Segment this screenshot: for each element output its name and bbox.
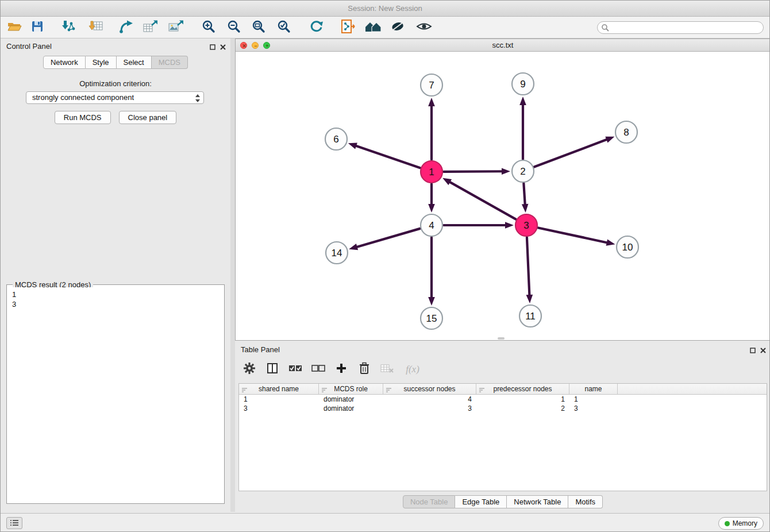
table-settings-button[interactable] bbox=[238, 360, 260, 379]
float-panel-icon[interactable] bbox=[750, 345, 756, 356]
export-image-icon bbox=[168, 20, 184, 36]
export-table-icon bbox=[143, 20, 159, 36]
ndex-button[interactable] bbox=[338, 18, 359, 37]
zoom-out-icon bbox=[227, 20, 241, 36]
column-header-predecessor-nodes[interactable]: predecessor nodes bbox=[476, 384, 569, 394]
create-column-button[interactable] bbox=[330, 360, 352, 379]
graph-edge-1-2[interactable] bbox=[444, 171, 502, 172]
column-header-mcds-role[interactable]: MCDS role bbox=[319, 384, 383, 394]
float-panel-icon[interactable] bbox=[210, 42, 215, 52]
tab-node-table[interactable]: Node Table bbox=[403, 495, 456, 508]
maximize-window-button[interactable]: + bbox=[263, 42, 270, 49]
column-label: predecessor nodes bbox=[493, 385, 552, 393]
export-image-button[interactable] bbox=[165, 18, 186, 37]
columns-icon bbox=[267, 363, 278, 376]
table-header-row: shared name MCDS role successor nodes pr… bbox=[239, 384, 767, 395]
tab-edge-table[interactable]: Edge Table bbox=[455, 495, 507, 508]
import-network-icon bbox=[61, 20, 76, 36]
close-window-button[interactable]: ✕ bbox=[240, 42, 247, 49]
mcds-result-line: 3 bbox=[12, 299, 219, 309]
graph-node-label: 1 bbox=[429, 167, 434, 178]
graph-edge-1-6[interactable] bbox=[356, 146, 420, 168]
eye-outline-button[interactable] bbox=[414, 18, 434, 37]
tab-network-table[interactable]: Network Table bbox=[507, 495, 568, 508]
table-row[interactable]: 1 dominator 4 1 1 bbox=[239, 395, 767, 404]
graph-node-label: 11 bbox=[525, 311, 536, 322]
zoom-selected-button[interactable] bbox=[274, 18, 294, 37]
tab-select[interactable]: Select bbox=[117, 56, 152, 69]
mcds-result-line: 1 bbox=[12, 290, 219, 299]
export-table-button[interactable] bbox=[140, 18, 161, 37]
graph-edge-3-1[interactable] bbox=[450, 182, 515, 219]
graph-edge-arrowhead bbox=[505, 222, 514, 229]
optimization-criterion-dropdown[interactable]: strongly connected component bbox=[26, 91, 204, 104]
zoom-fit-button[interactable] bbox=[248, 18, 269, 37]
dropdown-value: strongly connected component bbox=[32, 93, 134, 102]
panel-splitter[interactable] bbox=[230, 38, 235, 512]
tab-mcds[interactable]: MCDS bbox=[152, 56, 188, 69]
tab-motifs[interactable]: Motifs bbox=[568, 495, 603, 508]
column-header-shared-name[interactable]: shared name bbox=[239, 384, 319, 394]
table-toolbar: f(x) bbox=[238, 358, 426, 381]
table-panel: Table Panel bbox=[235, 342, 770, 512]
import-table-button[interactable] bbox=[86, 18, 106, 37]
unchecked-boxes-icon bbox=[311, 363, 325, 376]
column-label: shared name bbox=[259, 385, 299, 393]
save-session-button[interactable] bbox=[27, 18, 48, 37]
close-panel-icon[interactable] bbox=[220, 42, 226, 52]
graph-edge-3-11[interactable] bbox=[527, 237, 529, 295]
network-canvas[interactable]: 7968124314101511 bbox=[236, 52, 770, 340]
graph-edge-2-8[interactable] bbox=[534, 140, 607, 167]
column-header-name[interactable]: name bbox=[569, 384, 618, 394]
zoom-in-button[interactable] bbox=[198, 18, 219, 37]
unselect-all-columns-button[interactable] bbox=[307, 360, 329, 379]
graph-edge-arrowhead bbox=[428, 204, 435, 213]
home-button[interactable] bbox=[363, 18, 383, 37]
column-label: MCDS role bbox=[334, 385, 368, 393]
graph-edge-arrowhead bbox=[519, 97, 526, 105]
zoom-out-button[interactable] bbox=[224, 18, 244, 37]
graph-node-label: 2 bbox=[520, 166, 525, 177]
column-sort-icon bbox=[241, 387, 248, 395]
import-network-button[interactable] bbox=[58, 18, 79, 37]
graph-node-label: 3 bbox=[523, 220, 529, 231]
select-all-columns-button[interactable] bbox=[284, 360, 306, 379]
minimize-window-button[interactable]: − bbox=[252, 42, 259, 49]
zoom-fit-icon bbox=[252, 20, 265, 36]
tab-style[interactable]: Style bbox=[86, 56, 117, 69]
cell-successor-nodes: 4 bbox=[383, 395, 476, 404]
horizontal-scrollbar-handle[interactable] bbox=[498, 337, 505, 340]
close-panel-button[interactable]: Close panel bbox=[119, 111, 177, 124]
plus-icon bbox=[336, 363, 347, 376]
graph-edge-3-10[interactable] bbox=[538, 228, 607, 242]
export-network-button[interactable] bbox=[116, 18, 136, 37]
open-session-button[interactable] bbox=[4, 18, 25, 37]
column-header-successor-nodes[interactable]: successor nodes bbox=[383, 384, 476, 394]
zoom-in-icon bbox=[202, 20, 215, 36]
import-table-icon bbox=[88, 20, 103, 36]
network-window-titlebar[interactable]: ✕ − + scc.txt bbox=[236, 39, 770, 52]
toolbar-search bbox=[597, 21, 764, 34]
tab-network[interactable]: Network bbox=[43, 56, 86, 69]
close-panel-icon[interactable] bbox=[760, 345, 766, 356]
delete-column-button[interactable] bbox=[353, 360, 375, 379]
search-input[interactable] bbox=[597, 21, 764, 34]
memory-button[interactable]: Memory bbox=[718, 517, 764, 530]
show-column-button[interactable] bbox=[261, 360, 283, 379]
cell-mcds-role: dominator bbox=[319, 395, 383, 404]
run-mcds-button[interactable]: Run MCDS bbox=[55, 111, 111, 124]
function-builder-button: f(x) bbox=[399, 360, 426, 379]
refresh-button[interactable] bbox=[306, 18, 326, 37]
status-menu-button[interactable] bbox=[6, 517, 22, 529]
export-network-icon bbox=[118, 20, 133, 36]
home-icon bbox=[364, 20, 382, 35]
graph-edge-arrowhead bbox=[606, 240, 615, 246]
mcds-result-list[interactable]: 1 3 bbox=[9, 287, 222, 502]
graph-edge-2-3[interactable] bbox=[523, 183, 525, 204]
graph-node-label: 4 bbox=[429, 220, 434, 231]
window-titlebar[interactable]: Session: New Session bbox=[1, 1, 769, 17]
control-panel: Control Panel Network Style Select MCDS … bbox=[1, 38, 230, 512]
graph-edge-4-14[interactable] bbox=[357, 229, 420, 247]
table-row[interactable]: 3 dominator 3 2 3 bbox=[239, 404, 767, 413]
eye-filled-button[interactable] bbox=[387, 18, 408, 37]
